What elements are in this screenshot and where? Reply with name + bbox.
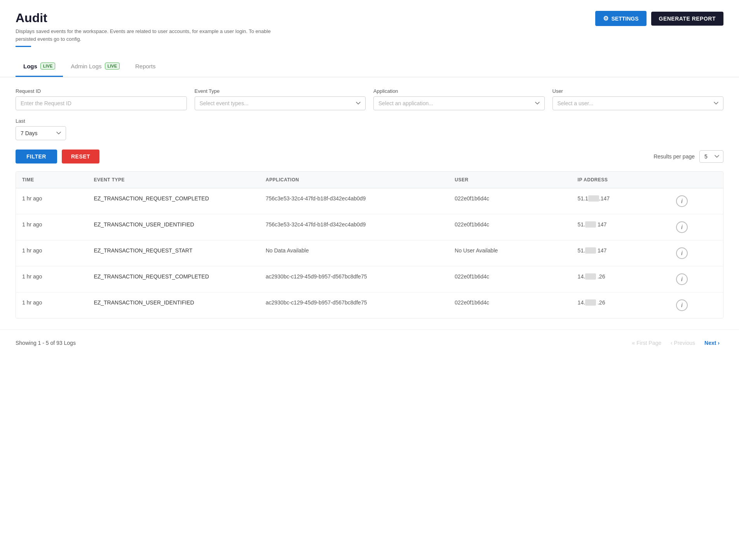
action-bar: FILTER RESET Results per page 5 10 25 50 bbox=[16, 150, 723, 163]
admin-logs-live-badge: LIVE bbox=[105, 63, 120, 70]
filters-row-1: Request ID Event Type Select event types… bbox=[16, 88, 723, 110]
last-select[interactable]: 1 Hour 24 Hours 7 Days 30 Days 90 Days bbox=[16, 126, 66, 140]
tab-reports[interactable]: Reports bbox=[127, 56, 164, 77]
cell-event-0: EZ_TRANSACTION_REQUEST_COMPLETED bbox=[87, 188, 259, 214]
info-icon-2: i bbox=[681, 250, 683, 256]
cell-app-1: 756c3e53-32c4-47fd-b18f-d342ec4ab0d9 bbox=[260, 214, 449, 240]
cell-user-1: 022e0f1b6d4c bbox=[448, 214, 571, 240]
cell-time-4: 1 hr ago bbox=[16, 292, 87, 318]
cell-event-1: EZ_TRANSACTION_USER_IDENTIFIED bbox=[87, 214, 259, 240]
cell-user-0: 022e0f1b6d4c bbox=[448, 188, 571, 214]
cell-time-2: 1 hr ago bbox=[16, 240, 87, 266]
next-button[interactable]: Next › bbox=[701, 337, 723, 348]
cell-action-1: i bbox=[670, 214, 723, 240]
gear-icon: ⚙ bbox=[603, 15, 608, 22]
info-icon-4: i bbox=[681, 302, 683, 308]
main-content: Request ID Event Type Select event types… bbox=[0, 77, 739, 329]
settings-button[interactable]: ⚙ SETTINGS bbox=[595, 11, 647, 26]
results-per-page-select[interactable]: 5 10 25 50 bbox=[699, 150, 723, 163]
cell-action-4: i bbox=[670, 292, 723, 318]
col-event-type: EVENT TYPE bbox=[87, 172, 259, 188]
cell-time-3: 1 hr ago bbox=[16, 266, 87, 292]
event-type-label: Event Type bbox=[195, 88, 366, 94]
col-ip-address: IP ADDRESS bbox=[572, 172, 670, 188]
reset-button[interactable]: RESET bbox=[62, 150, 99, 163]
footer: Showing 1 - 5 of 93 Logs « First Page ‹ … bbox=[0, 329, 739, 356]
results-per-page-group: Results per page 5 10 25 50 bbox=[654, 150, 723, 163]
tab-admin-logs[interactable]: Admin Logs LIVE bbox=[63, 56, 127, 77]
table-row: 1 hr ago EZ_TRANSACTION_REQUEST_COMPLETE… bbox=[16, 188, 723, 214]
application-label: Application bbox=[373, 88, 545, 94]
last-group: Last 1 Hour 24 Hours 7 Days 30 Days 90 D… bbox=[16, 118, 66, 140]
table-row: 1 hr ago EZ_TRANSACTION_REQUEST_COMPLETE… bbox=[16, 266, 723, 292]
cell-event-4: EZ_TRANSACTION_USER_IDENTIFIED bbox=[87, 292, 259, 318]
page-description: Displays saved events for the workspace.… bbox=[16, 28, 288, 43]
cell-action-3: i bbox=[670, 266, 723, 292]
settings-label: SETTINGS bbox=[612, 16, 639, 22]
cell-app-4: ac2930bc-c129-45d9-b957-d567bc8dfe75 bbox=[260, 292, 449, 318]
cell-action-2: i bbox=[670, 240, 723, 266]
col-application: APPLICATION bbox=[260, 172, 449, 188]
results-per-page-label: Results per page bbox=[654, 153, 695, 160]
table-container: TIME EVENT TYPE APPLICATION USER IP ADDR… bbox=[16, 171, 723, 318]
info-button-4[interactable]: i bbox=[676, 299, 688, 311]
last-label: Last bbox=[16, 118, 66, 124]
table-header-row: TIME EVENT TYPE APPLICATION USER IP ADDR… bbox=[16, 172, 723, 188]
title-underline bbox=[16, 46, 31, 47]
filters-row-2: Last 1 Hour 24 Hours 7 Days 30 Days 90 D… bbox=[16, 118, 723, 140]
action-buttons: FILTER RESET bbox=[16, 150, 99, 163]
info-icon-0: i bbox=[681, 198, 683, 204]
info-button-1[interactable]: i bbox=[676, 221, 688, 233]
tab-reports-label: Reports bbox=[135, 63, 156, 70]
user-select[interactable]: Select a user... bbox=[553, 96, 724, 110]
cell-user-3: 022e0f1b6d4c bbox=[448, 266, 571, 292]
col-user: USER bbox=[448, 172, 571, 188]
tabs: Logs LIVE Admin Logs LIVE Reports bbox=[16, 56, 723, 77]
cell-ip-3: 14. .26 bbox=[572, 266, 670, 292]
tabs-container: Logs LIVE Admin Logs LIVE Reports bbox=[0, 56, 739, 77]
info-icon-3: i bbox=[681, 276, 683, 282]
event-type-select[interactable]: Select event types... EZ_TRANSACTION_REQ… bbox=[195, 96, 366, 110]
cell-app-0: 756c3e53-32c4-47fd-b18f-d342ec4ab0d9 bbox=[260, 188, 449, 214]
cell-action-0: i bbox=[670, 188, 723, 214]
tab-logs-label: Logs bbox=[23, 63, 37, 70]
table-row: 1 hr ago EZ_TRANSACTION_REQUEST_START No… bbox=[16, 240, 723, 266]
cell-time-0: 1 hr ago bbox=[16, 188, 87, 214]
cell-app-2: No Data Available bbox=[260, 240, 449, 266]
tab-admin-logs-label: Admin Logs bbox=[71, 63, 101, 70]
header-actions: ⚙ SETTINGS GENERATE REPORT bbox=[595, 11, 724, 26]
event-type-group: Event Type Select event types... EZ_TRAN… bbox=[195, 88, 366, 110]
cell-ip-0: 51.1 .147 bbox=[572, 188, 670, 214]
cell-ip-2: 51. 147 bbox=[572, 240, 670, 266]
previous-button[interactable]: ‹ Previous bbox=[667, 337, 699, 348]
filter-button[interactable]: FILTER bbox=[16, 150, 57, 163]
logs-live-badge: LIVE bbox=[40, 63, 55, 70]
showing-text: Showing 1 - 5 of 93 Logs bbox=[16, 340, 76, 346]
cell-ip-4: 14. .26 bbox=[572, 292, 670, 318]
col-actions bbox=[670, 172, 723, 188]
cell-event-3: EZ_TRANSACTION_REQUEST_COMPLETED bbox=[87, 266, 259, 292]
cell-ip-1: 51. 147 bbox=[572, 214, 670, 240]
request-id-group: Request ID bbox=[16, 88, 187, 110]
cell-event-2: EZ_TRANSACTION_REQUEST_START bbox=[87, 240, 259, 266]
info-button-0[interactable]: i bbox=[676, 195, 688, 207]
info-icon-1: i bbox=[681, 224, 683, 230]
table-row: 1 hr ago EZ_TRANSACTION_USER_IDENTIFIED … bbox=[16, 214, 723, 240]
request-id-label: Request ID bbox=[16, 88, 187, 94]
cell-app-3: ac2930bc-c129-45d9-b957-d567bc8dfe75 bbox=[260, 266, 449, 292]
first-page-button[interactable]: « First Page bbox=[628, 337, 665, 348]
application-select[interactable]: Select an application... bbox=[373, 96, 545, 110]
info-button-3[interactable]: i bbox=[676, 273, 688, 285]
request-id-input[interactable] bbox=[16, 96, 187, 110]
info-button-2[interactable]: i bbox=[676, 247, 688, 259]
col-time: TIME bbox=[16, 172, 87, 188]
generate-report-button[interactable]: GENERATE REPORT bbox=[651, 12, 723, 26]
logs-table: TIME EVENT TYPE APPLICATION USER IP ADDR… bbox=[16, 172, 723, 318]
page-title: Audit bbox=[16, 11, 288, 25]
tab-logs[interactable]: Logs LIVE bbox=[16, 56, 63, 77]
cell-user-2: No User Available bbox=[448, 240, 571, 266]
cell-time-1: 1 hr ago bbox=[16, 214, 87, 240]
user-group: User Select a user... bbox=[553, 88, 724, 110]
user-label: User bbox=[553, 88, 724, 94]
cell-user-4: 022e0f1b6d4c bbox=[448, 292, 571, 318]
